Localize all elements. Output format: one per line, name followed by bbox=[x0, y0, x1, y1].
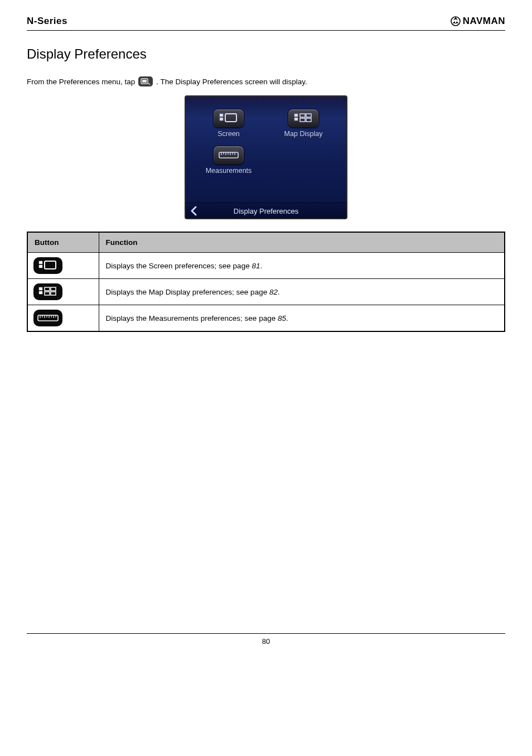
svg-rect-12 bbox=[219, 152, 238, 158]
svg-rect-6 bbox=[294, 114, 298, 117]
svg-rect-24 bbox=[39, 291, 42, 294]
svg-rect-4 bbox=[220, 118, 223, 121]
table-header-function: Function bbox=[99, 232, 505, 253]
table-function-text: Displays the Map Display preferences; se… bbox=[106, 288, 269, 296]
page-ref: 82 bbox=[269, 288, 278, 296]
brand-name: NAVMAN bbox=[463, 16, 505, 27]
page-title: Display Preferences bbox=[27, 46, 505, 62]
series-label: N-Series bbox=[27, 16, 67, 27]
table-row: Displays the Measurements preferences; s… bbox=[27, 305, 505, 332]
page-number: 80 bbox=[262, 637, 270, 646]
page-footer: 80 bbox=[27, 633, 505, 646]
map-display-button-icon bbox=[33, 283, 62, 300]
svg-rect-9 bbox=[306, 114, 311, 117]
svg-rect-21 bbox=[39, 265, 42, 268]
table-function-suffix: . bbox=[278, 288, 280, 296]
device-screenshot: Screen Map Display bbox=[185, 95, 347, 219]
svg-rect-5 bbox=[225, 114, 236, 122]
table-row: Displays the Map Display preferences; se… bbox=[27, 279, 505, 305]
measurements-icon bbox=[218, 150, 239, 161]
navman-logo-icon bbox=[451, 16, 461, 26]
page-ref: 81 bbox=[252, 262, 260, 270]
svg-rect-25 bbox=[45, 287, 50, 291]
screenshot-map-display-button[interactable]: Map Display bbox=[273, 107, 334, 138]
svg-rect-20 bbox=[39, 261, 42, 264]
measurements-button-icon bbox=[33, 310, 62, 326]
svg-rect-7 bbox=[294, 118, 298, 121]
intro-before: From the Preferences menu, tap bbox=[27, 78, 135, 86]
table-function-suffix: . bbox=[286, 314, 288, 322]
svg-rect-11 bbox=[306, 118, 311, 122]
table-header-button: Button bbox=[27, 232, 99, 253]
function-table: Button Function Displays the Screen pr bbox=[27, 232, 505, 332]
screen-icon bbox=[219, 113, 239, 124]
svg-rect-26 bbox=[51, 287, 56, 291]
table-function-suffix: . bbox=[260, 262, 262, 270]
table-row: Displays the Screen preferences; see pag… bbox=[27, 253, 505, 279]
display-icon bbox=[138, 76, 153, 86]
svg-rect-3 bbox=[220, 114, 223, 117]
svg-rect-27 bbox=[45, 292, 50, 295]
screenshot-screen-button[interactable]: Screen bbox=[198, 107, 259, 138]
table-function-text: Displays the Screen preferences; see pag… bbox=[106, 262, 252, 270]
screenshot-map-display-label: Map Display bbox=[273, 130, 334, 138]
svg-rect-2 bbox=[142, 80, 147, 83]
table-function-text: Displays the Measurements preferences; s… bbox=[106, 314, 278, 322]
svg-rect-29 bbox=[38, 315, 58, 321]
page-ref: 85 bbox=[278, 314, 286, 322]
intro-text: From the Preferences menu, tap . The Dis… bbox=[27, 76, 505, 86]
screenshot-measurements-button[interactable]: Measurements bbox=[198, 143, 259, 175]
svg-rect-10 bbox=[300, 118, 305, 122]
screenshot-measurements-label: Measurements bbox=[198, 167, 259, 175]
screen-button-icon bbox=[33, 257, 62, 274]
screenshot-title: Display Preferences bbox=[186, 207, 346, 215]
page-header: N-Series NAVMAN bbox=[27, 16, 505, 31]
svg-rect-8 bbox=[300, 114, 305, 117]
svg-rect-22 bbox=[45, 261, 56, 269]
brand: NAVMAN bbox=[451, 16, 505, 27]
intro-after: . The Display Preferences screen will di… bbox=[156, 78, 307, 86]
screenshot-screen-label: Screen bbox=[198, 130, 259, 138]
svg-rect-28 bbox=[51, 292, 56, 295]
svg-rect-23 bbox=[39, 287, 42, 290]
map-display-icon bbox=[293, 113, 313, 124]
